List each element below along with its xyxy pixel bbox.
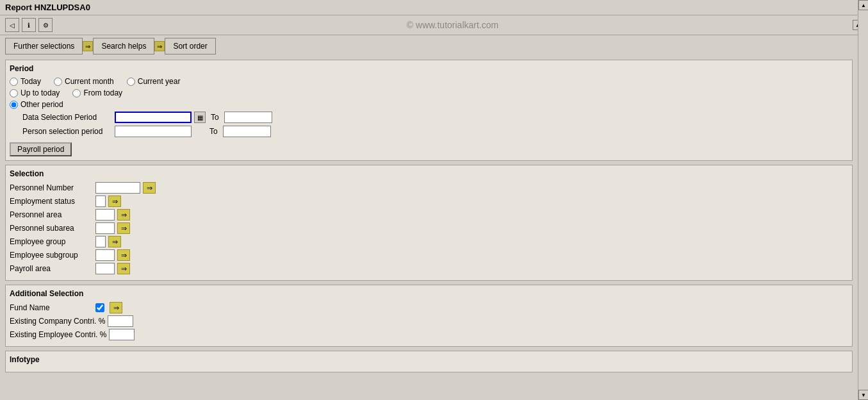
title-text: Report HNZLUPDSA0 — [5, 3, 90, 12]
payroll-area-label: Payroll area — [10, 264, 93, 273]
data-selection-row: Data Selection Period ▦ To — [10, 112, 848, 123]
existing-company-row: Existing Company Contri. % — [10, 315, 848, 327]
from-today-radio-item: From today — [72, 88, 122, 97]
tab-row: Further selections ⇒ Search helps ⇒ Sort… — [0, 35, 868, 57]
fund-name-arrow-btn[interactable]: ⇒ — [110, 302, 122, 313]
other-period-radio-item: Other period — [10, 100, 63, 109]
current-year-label: Current year — [138, 77, 181, 86]
title-bar: Report HNZLUPDSA0 — [0, 0, 868, 15]
employee-subgroup-label: Employee subgroup — [10, 251, 93, 260]
employment-status-row: Employment status ⇒ — [10, 196, 848, 207]
sort-order-arrow-icon: ⇒ — [154, 41, 165, 51]
person-selection-from-input[interactable] — [115, 126, 192, 137]
payroll-period-button[interactable]: Payroll period — [10, 142, 72, 156]
from-today-label: From today — [83, 88, 122, 97]
sort-order-tab[interactable]: Sort order — [165, 38, 215, 54]
employee-group-label: Employee group — [10, 237, 93, 246]
other-period-label: Other period — [20, 100, 63, 109]
period-title: Period — [10, 64, 848, 73]
personnel-area-input[interactable] — [95, 209, 115, 221]
up-to-today-label: Up to today — [20, 88, 60, 97]
employee-subgroup-row: Employee subgroup ⇒ — [10, 249, 848, 261]
additional-selection-title: Additional Selection — [10, 289, 848, 298]
from-today-radio[interactable] — [72, 89, 81, 97]
period-section: Period Today Current month Current year … — [5, 60, 853, 161]
personnel-area-label: Personnel area — [10, 210, 93, 219]
personnel-subarea-arrow-btn[interactable]: ⇒ — [117, 222, 130, 234]
personnel-number-arrow-btn[interactable]: ⇒ — [143, 182, 156, 194]
existing-company-input[interactable] — [108, 315, 133, 327]
current-month-label: Current month — [65, 77, 114, 86]
payroll-btn-row: Payroll period — [10, 140, 848, 156]
employment-status-arrow-btn[interactable]: ⇒ — [108, 196, 121, 207]
data-selection-to-input[interactable] — [224, 112, 272, 123]
info-icon[interactable]: ℹ — [22, 18, 36, 32]
toolbar: ◁ ℹ ⚙ © www.tutorialkart.com ▲ — [0, 15, 868, 35]
period-row-1: Today Current month Current year — [10, 77, 848, 86]
scrollbar-down-btn[interactable]: ▼ — [858, 390, 868, 400]
payroll-area-input[interactable] — [95, 263, 115, 274]
payroll-area-arrow-btn[interactable]: ⇒ — [117, 263, 130, 274]
personnel-number-input[interactable] — [95, 182, 140, 194]
search-helps-label: Search helps — [101, 42, 146, 51]
employee-subgroup-input[interactable] — [95, 249, 115, 261]
employee-group-input[interactable] — [95, 236, 106, 247]
data-selection-from-input[interactable] — [115, 112, 192, 123]
further-selections-label: Further selections — [13, 42, 74, 51]
fund-name-label: Fund Name — [10, 303, 93, 312]
period-row-3: Other period — [10, 100, 848, 109]
search-helps-tab[interactable]: Search helps — [93, 38, 154, 54]
payroll-area-row: Payroll area ⇒ — [10, 263, 848, 274]
personnel-subarea-input[interactable] — [95, 222, 115, 234]
personnel-area-arrow-btn[interactable]: ⇒ — [117, 209, 130, 221]
up-to-today-radio-item: Up to today — [10, 88, 60, 97]
current-month-radio-item: Current month — [54, 77, 114, 86]
data-selection-label: Data Selection Period — [22, 113, 112, 122]
selection-title: Selection — [10, 169, 848, 178]
current-year-radio-item: Current year — [127, 77, 181, 86]
current-year-radio[interactable] — [127, 78, 135, 86]
personnel-subarea-row: Personnel subarea ⇒ — [10, 222, 848, 234]
existing-company-label: Existing Company Contri. % — [10, 317, 105, 326]
current-month-radio[interactable] — [54, 78, 62, 86]
period-row-2: Up to today From today — [10, 88, 848, 97]
scrollbar-up-btn[interactable]: ▲ — [858, 0, 868, 10]
person-selection-label: Person selection period — [22, 127, 112, 136]
employment-status-label: Employment status — [10, 197, 93, 206]
search-helps-arrow-icon: ⇒ — [83, 41, 93, 51]
personnel-area-row: Personnel area ⇒ — [10, 209, 848, 221]
personnel-number-label: Personnel Number — [10, 183, 93, 192]
to-label-2: To — [209, 127, 218, 136]
additional-selection-section: Additional Selection Fund Name ⇒ Existin… — [5, 285, 853, 347]
personnel-number-row: Personnel Number ⇒ — [10, 182, 848, 194]
employment-status-input[interactable] — [95, 196, 106, 207]
other-period-radio[interactable] — [10, 101, 18, 109]
fund-name-checkbox[interactable] — [95, 303, 104, 312]
infotype-section: Infotype — [5, 351, 853, 372]
employee-group-arrow-btn[interactable]: ⇒ — [108, 236, 121, 247]
person-selection-to-input[interactable] — [223, 126, 271, 137]
back-icon[interactable]: ◁ — [5, 18, 19, 32]
existing-employee-input[interactable] — [109, 329, 135, 340]
existing-employee-row: Existing Employee Contri. % — [10, 329, 848, 340]
sort-order-label: Sort order — [173, 42, 207, 51]
person-selection-row: Person selection period To — [10, 126, 848, 137]
personnel-subarea-label: Personnel subarea — [10, 224, 93, 233]
settings-icon[interactable]: ⚙ — [38, 18, 53, 32]
watermark: © www.tutorialkart.com — [55, 20, 850, 30]
calendar-icon[interactable]: ▦ — [194, 112, 206, 123]
infotype-title: Infotype — [10, 355, 848, 364]
selection-section: Selection Personnel Number ⇒ Employment … — [5, 165, 853, 281]
fund-name-row: Fund Name ⇒ — [10, 302, 848, 313]
existing-employee-label: Existing Employee Contri. % — [10, 330, 106, 339]
further-selections-tab[interactable]: Further selections — [5, 38, 83, 54]
to-label-1: To — [211, 113, 219, 122]
up-to-today-radio[interactable] — [10, 89, 18, 97]
employee-subgroup-arrow-btn[interactable]: ⇒ — [117, 249, 130, 261]
today-radio-item: Today — [10, 77, 41, 86]
today-label: Today — [20, 77, 41, 86]
today-radio[interactable] — [10, 78, 18, 86]
employee-group-row: Employee group ⇒ — [10, 236, 848, 247]
